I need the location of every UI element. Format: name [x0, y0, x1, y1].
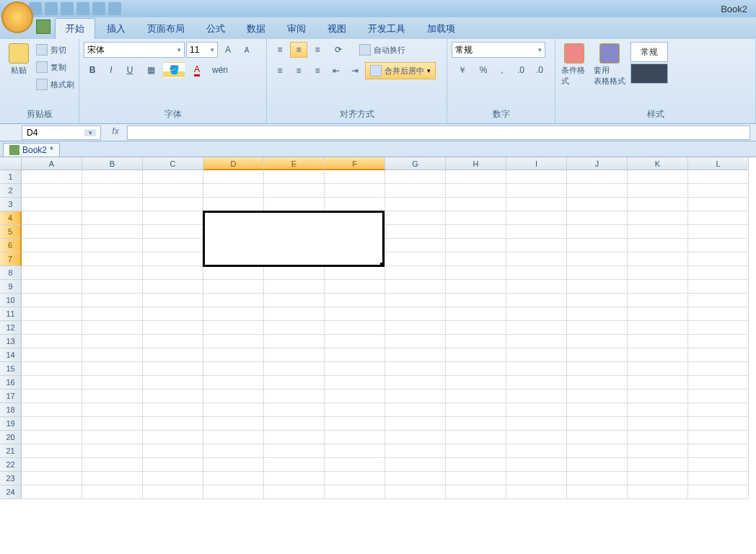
cell[interactable]	[22, 252, 82, 266]
column-header[interactable]: K	[628, 157, 688, 170]
cell[interactable]	[385, 294, 446, 307]
cell[interactable]	[82, 321, 143, 335]
cell[interactable]	[688, 307, 749, 321]
cell[interactable]	[628, 307, 688, 321]
cell[interactable]	[446, 362, 506, 376]
cell[interactable]	[628, 485, 688, 499]
cell[interactable]	[506, 417, 567, 431]
cell[interactable]	[325, 266, 385, 280]
tab-addins[interactable]: 加载项	[417, 19, 465, 39]
font-name-combo[interactable]: 宋体 ▾	[84, 42, 185, 58]
qat-redo-icon[interactable]	[61, 2, 74, 15]
cell[interactable]	[628, 266, 688, 280]
cell[interactable]	[567, 307, 628, 321]
cell[interactable]	[688, 239, 749, 252]
cell[interactable]	[22, 266, 82, 280]
cell[interactable]	[628, 294, 688, 307]
cell[interactable]	[143, 280, 203, 294]
phonetic-button[interactable]: wén	[209, 62, 231, 78]
cell[interactable]	[325, 362, 385, 376]
row-header[interactable]: 24	[0, 485, 22, 499]
cell[interactable]	[446, 376, 506, 390]
tab-insert[interactable]: 插入	[97, 19, 136, 39]
cell[interactable]	[203, 307, 264, 321]
cell[interactable]	[506, 376, 567, 390]
cell[interactable]	[688, 266, 749, 280]
cell[interactable]	[385, 170, 446, 184]
cell[interactable]	[385, 184, 446, 198]
cell[interactable]	[203, 266, 264, 280]
align-center-button[interactable]: ≡	[290, 63, 307, 79]
cell[interactable]	[22, 184, 82, 198]
cell[interactable]	[325, 321, 385, 335]
cell[interactable]	[82, 348, 143, 362]
cell[interactable]	[203, 362, 264, 376]
row-header[interactable]: 11	[0, 307, 22, 321]
cell[interactable]	[446, 431, 506, 444]
cell[interactable]	[264, 417, 325, 431]
wrap-text-button[interactable]: 自动换行	[359, 42, 405, 58]
cell[interactable]	[628, 417, 688, 431]
cell[interactable]	[325, 458, 385, 472]
cell[interactable]	[203, 184, 264, 198]
cell[interactable]	[143, 417, 203, 431]
cell[interactable]	[446, 239, 506, 252]
cell[interactable]	[385, 362, 446, 376]
column-header[interactable]: D	[203, 157, 264, 170]
cell[interactable]	[325, 485, 385, 499]
tab-data[interactable]: 数据	[237, 19, 276, 39]
column-header[interactable]: C	[143, 157, 203, 170]
row-header[interactable]: 20	[0, 431, 22, 444]
cell[interactable]	[688, 170, 749, 184]
cell[interactable]	[688, 417, 749, 431]
cell[interactable]	[567, 170, 628, 184]
cell[interactable]	[628, 321, 688, 335]
cell[interactable]	[446, 184, 506, 198]
cell[interactable]	[143, 266, 203, 280]
cell[interactable]	[203, 294, 264, 307]
cell[interactable]	[688, 252, 749, 266]
cell[interactable]	[506, 307, 567, 321]
cell[interactable]	[446, 458, 506, 472]
cell[interactable]	[82, 252, 143, 266]
cell[interactable]	[143, 458, 203, 472]
cell[interactable]	[264, 444, 325, 458]
cell[interactable]	[567, 294, 628, 307]
cell[interactable]	[385, 472, 446, 485]
cell[interactable]	[203, 321, 264, 335]
cell[interactable]	[203, 444, 264, 458]
cell[interactable]	[506, 321, 567, 335]
row-header[interactable]: 21	[0, 444, 22, 458]
cell[interactable]	[567, 472, 628, 485]
cell[interactable]	[264, 170, 325, 184]
cell[interactable]	[82, 376, 143, 390]
cell[interactable]	[203, 417, 264, 431]
cell[interactable]	[22, 294, 82, 307]
cell[interactable]	[143, 170, 203, 184]
cell[interactable]	[264, 184, 325, 198]
cell[interactable]	[82, 417, 143, 431]
row-header[interactable]: 12	[0, 321, 22, 335]
tab-page-layout[interactable]: 页面布局	[137, 19, 195, 39]
cell[interactable]	[82, 184, 143, 198]
percent-button[interactable]: %	[475, 62, 492, 78]
cell[interactable]	[446, 390, 506, 403]
cell-style-normal[interactable]: 常规	[630, 42, 668, 62]
cell[interactable]	[22, 417, 82, 431]
cell[interactable]	[506, 280, 567, 294]
cell[interactable]	[567, 444, 628, 458]
cell[interactable]	[567, 390, 628, 403]
cell[interactable]	[325, 335, 385, 348]
font-size-combo[interactable]: 11 ▾	[186, 42, 218, 58]
cell[interactable]	[143, 321, 203, 335]
align-right-button[interactable]: ≡	[309, 63, 326, 79]
cell[interactable]	[22, 239, 82, 252]
cell[interactable]	[385, 485, 446, 499]
cell[interactable]	[688, 458, 749, 472]
cell[interactable]	[385, 198, 446, 211]
cell[interactable]	[567, 321, 628, 335]
tab-view[interactable]: 视图	[317, 19, 356, 39]
cell[interactable]	[628, 184, 688, 198]
number-format-combo[interactable]: 常规 ▾	[452, 42, 545, 58]
cell[interactable]	[446, 472, 506, 485]
